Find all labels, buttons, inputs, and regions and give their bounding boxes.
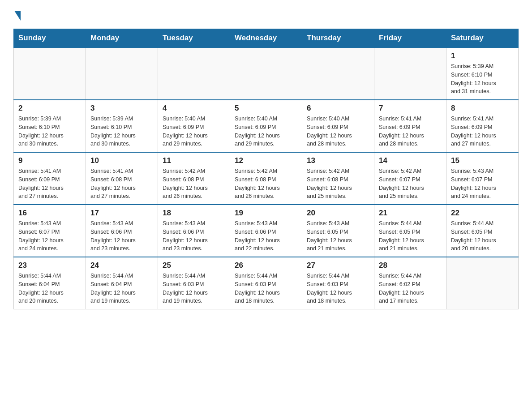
column-header-tuesday: Tuesday [158, 29, 230, 48]
calendar-cell: 8Sunrise: 5:41 AM Sunset: 6:09 PM Daylig… [446, 100, 519, 152]
calendar-week-2: 2Sunrise: 5:39 AM Sunset: 6:10 PM Daylig… [14, 100, 519, 152]
day-info: Sunrise: 5:41 AM Sunset: 6:09 PM Dayligh… [451, 115, 514, 148]
logo [13, 9, 21, 20]
day-info: Sunrise: 5:41 AM Sunset: 6:09 PM Dayligh… [18, 167, 81, 201]
calendar-cell [86, 47, 158, 100]
calendar-cell: 15Sunrise: 5:43 AM Sunset: 6:07 PM Dayli… [446, 152, 519, 205]
calendar-week-1: 1Sunrise: 5:39 AM Sunset: 6:10 PM Daylig… [14, 47, 519, 100]
calendar-cell: 23Sunrise: 5:44 AM Sunset: 6:04 PM Dayli… [14, 257, 86, 309]
column-header-saturday: Saturday [446, 29, 519, 48]
day-info: Sunrise: 5:44 AM Sunset: 6:02 PM Dayligh… [379, 272, 442, 305]
day-number: 24 [90, 261, 153, 270]
column-header-friday: Friday [374, 29, 446, 48]
day-number: 4 [163, 104, 225, 113]
day-info: Sunrise: 5:40 AM Sunset: 6:09 PM Dayligh… [307, 115, 369, 148]
day-number: 26 [235, 261, 297, 270]
day-number: 9 [18, 156, 81, 165]
calendar-cell [446, 257, 519, 309]
calendar-cell: 26Sunrise: 5:44 AM Sunset: 6:03 PM Dayli… [230, 257, 302, 309]
column-header-monday: Monday [86, 29, 158, 48]
day-number: 8 [451, 104, 514, 113]
day-number: 10 [90, 156, 153, 165]
day-info: Sunrise: 5:44 AM Sunset: 6:04 PM Dayligh… [18, 272, 81, 305]
day-number: 2 [18, 104, 81, 113]
day-info: Sunrise: 5:44 AM Sunset: 6:03 PM Dayligh… [163, 272, 225, 305]
day-info: Sunrise: 5:41 AM Sunset: 6:09 PM Dayligh… [379, 115, 442, 148]
calendar-cell: 12Sunrise: 5:42 AM Sunset: 6:08 PM Dayli… [230, 152, 302, 205]
day-number: 13 [307, 156, 369, 165]
day-number: 19 [235, 209, 297, 218]
calendar-week-3: 9Sunrise: 5:41 AM Sunset: 6:09 PM Daylig… [14, 152, 519, 205]
calendar-cell: 11Sunrise: 5:42 AM Sunset: 6:08 PM Dayli… [158, 152, 230, 205]
day-info: Sunrise: 5:44 AM Sunset: 6:04 PM Dayligh… [90, 272, 153, 305]
calendar-cell: 17Sunrise: 5:43 AM Sunset: 6:06 PM Dayli… [86, 205, 158, 257]
day-info: Sunrise: 5:42 AM Sunset: 6:08 PM Dayligh… [307, 167, 369, 201]
day-number: 11 [163, 156, 225, 165]
calendar-table: SundayMondayTuesdayWednesdayThursdayFrid… [13, 29, 519, 309]
calendar-cell [374, 47, 446, 100]
calendar-cell: 18Sunrise: 5:43 AM Sunset: 6:06 PM Dayli… [158, 205, 230, 257]
day-number: 16 [18, 209, 81, 218]
day-number: 12 [235, 156, 297, 165]
day-info: Sunrise: 5:39 AM Sunset: 6:10 PM Dayligh… [18, 115, 81, 148]
day-number: 7 [379, 104, 442, 113]
calendar-cell: 14Sunrise: 5:42 AM Sunset: 6:07 PM Dayli… [374, 152, 446, 205]
day-info: Sunrise: 5:43 AM Sunset: 6:07 PM Dayligh… [451, 167, 514, 201]
calendar-cell: 20Sunrise: 5:43 AM Sunset: 6:05 PM Dayli… [302, 205, 374, 257]
calendar-cell [302, 47, 374, 100]
calendar-cell: 2Sunrise: 5:39 AM Sunset: 6:10 PM Daylig… [14, 100, 86, 152]
day-number: 17 [90, 209, 153, 218]
day-info: Sunrise: 5:44 AM Sunset: 6:03 PM Dayligh… [235, 272, 297, 305]
calendar-cell: 24Sunrise: 5:44 AM Sunset: 6:04 PM Dayli… [86, 257, 158, 309]
calendar-cell: 3Sunrise: 5:39 AM Sunset: 6:10 PM Daylig… [86, 100, 158, 152]
day-info: Sunrise: 5:42 AM Sunset: 6:08 PM Dayligh… [235, 167, 297, 201]
day-info: Sunrise: 5:44 AM Sunset: 6:03 PM Dayligh… [307, 272, 369, 305]
calendar-cell: 7Sunrise: 5:41 AM Sunset: 6:09 PM Daylig… [374, 100, 446, 152]
calendar-cell: 16Sunrise: 5:43 AM Sunset: 6:07 PM Dayli… [14, 205, 86, 257]
day-info: Sunrise: 5:41 AM Sunset: 6:08 PM Dayligh… [90, 167, 153, 201]
day-info: Sunrise: 5:39 AM Sunset: 6:10 PM Dayligh… [90, 115, 153, 148]
calendar-cell: 1Sunrise: 5:39 AM Sunset: 6:10 PM Daylig… [446, 47, 519, 100]
day-info: Sunrise: 5:44 AM Sunset: 6:05 PM Dayligh… [451, 219, 514, 253]
calendar-cell: 9Sunrise: 5:41 AM Sunset: 6:09 PM Daylig… [14, 152, 86, 205]
day-number: 5 [235, 104, 297, 113]
day-number: 1 [451, 51, 514, 60]
day-info: Sunrise: 5:43 AM Sunset: 6:06 PM Dayligh… [163, 219, 225, 253]
day-info: Sunrise: 5:42 AM Sunset: 6:07 PM Dayligh… [379, 167, 442, 201]
column-header-thursday: Thursday [302, 29, 374, 48]
day-number: 15 [451, 156, 514, 165]
day-number: 3 [90, 104, 153, 113]
column-header-sunday: Sunday [14, 29, 86, 48]
day-number: 22 [451, 209, 514, 218]
calendar-week-5: 23Sunrise: 5:44 AM Sunset: 6:04 PM Dayli… [14, 257, 519, 309]
day-info: Sunrise: 5:43 AM Sunset: 6:06 PM Dayligh… [90, 219, 153, 253]
page-header [13, 9, 519, 20]
day-info: Sunrise: 5:43 AM Sunset: 6:05 PM Dayligh… [307, 219, 369, 253]
calendar-header-row: SundayMondayTuesdayWednesdayThursdayFrid… [14, 29, 519, 48]
calendar-cell: 5Sunrise: 5:40 AM Sunset: 6:09 PM Daylig… [230, 100, 302, 152]
calendar-cell: 25Sunrise: 5:44 AM Sunset: 6:03 PM Dayli… [158, 257, 230, 309]
calendar-cell: 19Sunrise: 5:43 AM Sunset: 6:06 PM Dayli… [230, 205, 302, 257]
day-number: 21 [379, 209, 442, 218]
logo-arrow-icon [14, 11, 21, 21]
column-header-wednesday: Wednesday [230, 29, 302, 48]
day-number: 25 [163, 261, 225, 270]
day-info: Sunrise: 5:40 AM Sunset: 6:09 PM Dayligh… [163, 115, 225, 148]
day-number: 23 [18, 261, 81, 270]
calendar-cell: 13Sunrise: 5:42 AM Sunset: 6:08 PM Dayli… [302, 152, 374, 205]
day-info: Sunrise: 5:42 AM Sunset: 6:08 PM Dayligh… [163, 167, 225, 201]
day-number: 27 [307, 261, 369, 270]
calendar-cell: 21Sunrise: 5:44 AM Sunset: 6:05 PM Dayli… [374, 205, 446, 257]
calendar-week-4: 16Sunrise: 5:43 AM Sunset: 6:07 PM Dayli… [14, 205, 519, 257]
day-info: Sunrise: 5:43 AM Sunset: 6:06 PM Dayligh… [235, 219, 297, 253]
day-info: Sunrise: 5:39 AM Sunset: 6:10 PM Dayligh… [451, 62, 514, 96]
day-number: 14 [379, 156, 442, 165]
calendar-cell [230, 47, 302, 100]
day-info: Sunrise: 5:43 AM Sunset: 6:07 PM Dayligh… [18, 219, 81, 253]
day-number: 20 [307, 209, 369, 218]
calendar-cell [14, 47, 86, 100]
day-number: 18 [163, 209, 225, 218]
calendar-cell [158, 47, 230, 100]
day-number: 6 [307, 104, 369, 113]
calendar-cell: 6Sunrise: 5:40 AM Sunset: 6:09 PM Daylig… [302, 100, 374, 152]
